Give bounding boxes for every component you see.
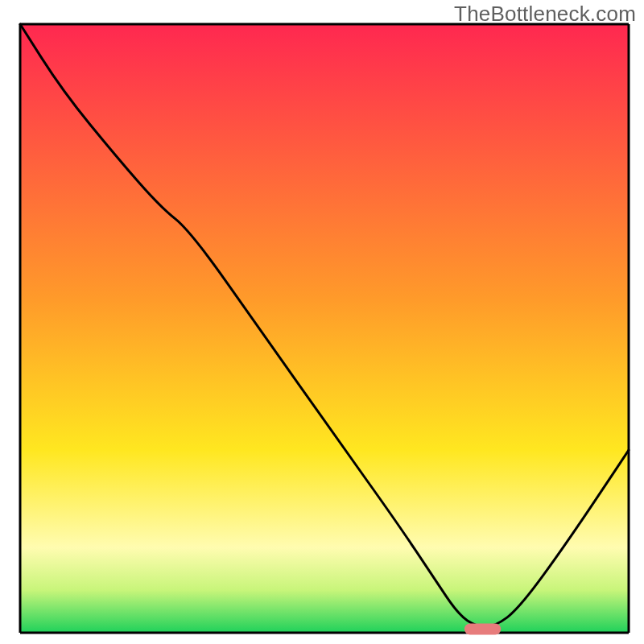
chart-stage: TheBottleneck.com: [0, 0, 644, 644]
optimal-marker: [464, 623, 501, 634]
plot-area: [20, 24, 629, 633]
bottleneck-chart: [0, 0, 644, 644]
